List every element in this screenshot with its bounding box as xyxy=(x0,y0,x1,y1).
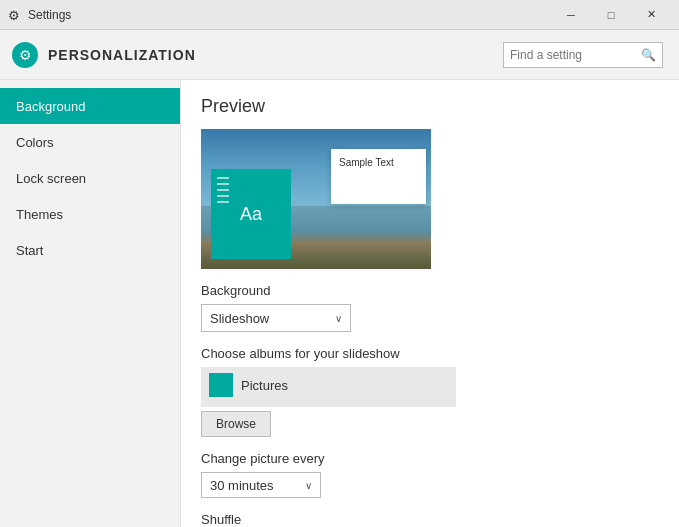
title-bar: ⚙ Settings ─ □ ✕ xyxy=(0,0,679,30)
preview-window-aa: Aa xyxy=(240,204,262,225)
change-picture-selected: 30 minutes xyxy=(210,478,274,493)
sidebar-item-label: Themes xyxy=(16,207,63,222)
shuffle-label: Shuffle xyxy=(201,512,659,527)
app-header: ⚙ PERSONALIZATION 🔍 xyxy=(0,30,679,80)
sidebar-item-label: Colors xyxy=(16,135,54,150)
title-bar-title: Settings xyxy=(28,8,71,22)
search-icon: 🔍 xyxy=(641,48,656,62)
background-dropdown[interactable]: Slideshow ∨ xyxy=(201,304,351,332)
search-box[interactable]: 🔍 xyxy=(503,42,663,68)
preview-line xyxy=(217,195,229,197)
preview-window-lines xyxy=(217,177,229,203)
album-color-box xyxy=(209,373,233,397)
app-title: PERSONALIZATION xyxy=(48,47,196,63)
sidebar-item-themes[interactable]: Themes xyxy=(0,196,180,232)
app-header-left: ⚙ PERSONALIZATION xyxy=(12,42,196,68)
close-button[interactable]: ✕ xyxy=(631,0,671,30)
browse-button[interactable]: Browse xyxy=(201,411,271,437)
background-selected: Slideshow xyxy=(210,311,269,326)
albums-label: Choose albums for your slideshow xyxy=(201,346,659,361)
album-name: Pictures xyxy=(241,378,288,393)
sidebar-item-label: Background xyxy=(16,99,85,114)
sidebar-item-background[interactable]: Background xyxy=(0,88,180,124)
title-bar-controls: ─ □ ✕ xyxy=(551,0,671,30)
minimize-button[interactable]: ─ xyxy=(551,0,591,30)
background-dropdown-arrow: ∨ xyxy=(335,313,342,324)
change-picture-arrow: ∨ xyxy=(305,480,312,491)
preview-line xyxy=(217,189,229,191)
section-title: Preview xyxy=(201,96,659,117)
content-area: Preview Aa Sample Text Backgr xyxy=(180,80,679,527)
app-body: Background Colors Lock screen Themes Sta… xyxy=(0,80,679,527)
sidebar-item-label: Start xyxy=(16,243,43,258)
settings-window-icon: ⚙ xyxy=(8,8,22,22)
preview-line xyxy=(217,177,229,179)
sidebar-item-start[interactable]: Start xyxy=(0,232,180,268)
search-input[interactable] xyxy=(510,48,640,62)
title-bar-left: ⚙ Settings xyxy=(8,8,71,22)
preview-line xyxy=(217,183,229,185)
preview-window: Aa xyxy=(211,169,291,259)
change-picture-dropdown[interactable]: 30 minutes ∨ xyxy=(201,472,321,498)
maximize-button[interactable]: □ xyxy=(591,0,631,30)
app-gear-icon: ⚙ xyxy=(12,42,38,68)
preview-dialog: Sample Text xyxy=(331,149,426,204)
change-picture-label: Change picture every xyxy=(201,451,659,466)
preview-dialog-text: Sample Text xyxy=(339,157,394,168)
sidebar-item-lock-screen[interactable]: Lock screen xyxy=(0,160,180,196)
background-label: Background xyxy=(201,283,659,298)
preview-box: Aa Sample Text xyxy=(201,129,431,269)
sidebar: Background Colors Lock screen Themes Sta… xyxy=(0,80,180,527)
preview-line xyxy=(217,201,229,203)
album-item: Pictures xyxy=(209,373,448,397)
sidebar-item-label: Lock screen xyxy=(16,171,86,186)
sidebar-item-colors[interactable]: Colors xyxy=(0,124,180,160)
albums-area: Pictures xyxy=(201,367,456,407)
